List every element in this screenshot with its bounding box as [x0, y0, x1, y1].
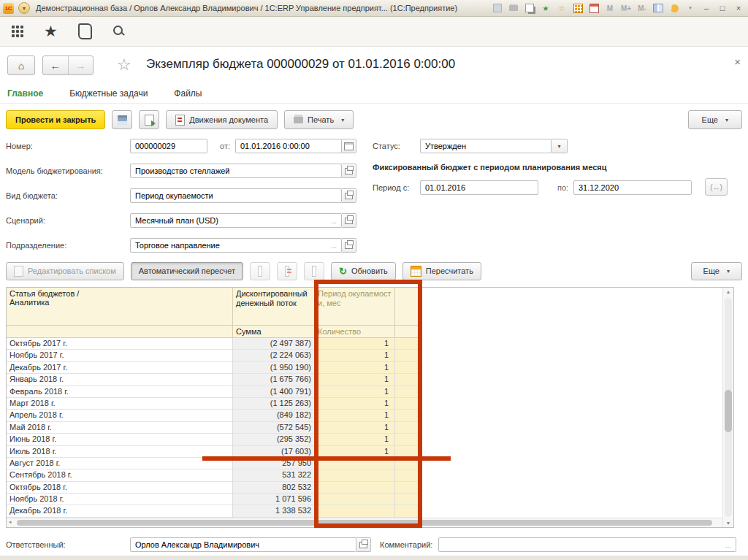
cell-amount[interactable]: 802 532	[233, 482, 315, 494]
vertical-scroll-thumb[interactable]	[725, 390, 732, 432]
column-header-article[interactable]: Статья бюджетов / Аналитика	[7, 288, 233, 326]
search-icon[interactable]	[112, 25, 126, 38]
cell-article[interactable]: Ноябрь 2018 г.	[7, 494, 233, 505]
cell-article[interactable]: Октябрь 2017 г.	[7, 338, 233, 350]
scenario-choose-button[interactable]: ...	[331, 217, 337, 225]
scroll-down-icon[interactable]: ▼	[723, 521, 733, 526]
cell-extra[interactable]	[395, 434, 419, 445]
memory-m-button[interactable]: M	[603, 3, 617, 14]
responsible-open-button[interactable]	[356, 537, 371, 552]
memory-mplus-button[interactable]: M+	[619, 3, 633, 14]
cell-extra[interactable]	[395, 469, 419, 481]
back-button[interactable]: ←	[43, 56, 69, 74]
cell-amount[interactable]: (572 545)	[233, 422, 315, 434]
cell-amount[interactable]: 257 950	[233, 458, 315, 469]
cell-extra[interactable]	[395, 446, 419, 458]
table-row[interactable]: Июль 2018 г.(17 603)1	[7, 446, 419, 458]
cell-quantity[interactable]	[315, 482, 395, 494]
comment-input[interactable]: ...	[438, 537, 736, 552]
cell-article[interactable]: Декабрь 2018 г.	[7, 505, 233, 517]
refresh-button[interactable]: ↻ Обновить	[331, 262, 396, 280]
tab-main[interactable]: Главное	[7, 88, 43, 99]
save-icon[interactable]	[491, 3, 504, 14]
period-from-input[interactable]: 01.01.2016	[420, 180, 538, 195]
recalculate-button[interactable]: Пересчитать	[402, 262, 481, 280]
model-input[interactable]: Производство стеллажей	[130, 164, 342, 178]
cell-amount[interactable]: (2 497 387)	[233, 338, 315, 350]
cell-article[interactable]: Май 2018 г.	[7, 422, 233, 434]
cell-quantity[interactable]: 1	[315, 350, 395, 361]
kind-input[interactable]: Период окупаемости	[130, 188, 342, 203]
table-row[interactable]: Февраль 2018 г.(1 400 791)1	[7, 386, 419, 398]
memory-mminus-button[interactable]: M-	[636, 3, 649, 14]
cell-article[interactable]: Июль 2018 г.	[7, 446, 233, 458]
subheader-sum[interactable]: Сумма	[233, 326, 315, 338]
close-form-button[interactable]: ×	[734, 55, 741, 68]
status-select[interactable]: Утвержден	[420, 139, 552, 153]
sections-menu-icon[interactable]	[12, 26, 23, 37]
minimize-button[interactable]: –	[700, 3, 713, 14]
cell-amount[interactable]: (1 125 263)	[233, 398, 315, 410]
cell-extra[interactable]	[395, 386, 419, 398]
cell-extra[interactable]	[395, 410, 419, 421]
cell-amount[interactable]: (2 224 063)	[233, 350, 315, 361]
calculator-icon[interactable]	[571, 3, 584, 14]
save-document-button[interactable]	[112, 110, 132, 129]
main-menu-button[interactable]: ▾	[18, 2, 30, 14]
cell-extra[interactable]	[395, 338, 419, 350]
home-button[interactable]: ⌂	[7, 55, 35, 75]
cell-extra[interactable]	[395, 374, 419, 386]
forward-button[interactable]: →	[69, 56, 94, 74]
cell-amount[interactable]: (1 400 791)	[233, 386, 315, 398]
table-row[interactable]: Май 2018 г.(572 545)1	[7, 422, 419, 434]
period-expand-button[interactable]: (↔)	[705, 178, 728, 196]
cell-article[interactable]: Сентябрь 2018 г.	[7, 469, 233, 481]
cell-article[interactable]: Декабрь 2017 г.	[7, 362, 233, 374]
cell-extra[interactable]	[395, 362, 419, 374]
cell-quantity[interactable]: 1	[315, 374, 395, 386]
table-row[interactable]: Октябрь 2017 г.(2 497 387)1	[7, 338, 419, 350]
cell-quantity[interactable]: 1	[315, 398, 395, 410]
table-row[interactable]: Ноябрь 2018 г.1 071 596	[7, 494, 419, 505]
calendar-icon[interactable]	[587, 3, 600, 14]
responsible-input[interactable]: Орлов Александр Владимирович	[130, 537, 356, 552]
cell-amount[interactable]: 1 071 596	[233, 494, 315, 505]
cell-amount[interactable]: (1 675 766)	[233, 374, 315, 386]
scroll-up-icon[interactable]: ▲	[723, 289, 733, 294]
table-more-button[interactable]: Еще ▾	[691, 262, 742, 280]
table-row[interactable]: Декабрь 2017 г.(1 950 190)1	[7, 362, 419, 374]
print-preview-icon[interactable]	[523, 3, 536, 14]
duplicate-row-button[interactable]	[304, 262, 324, 280]
table-row[interactable]: Январь 2018 г.(1 675 766)1	[7, 374, 419, 386]
cell-quantity[interactable]: 1	[315, 434, 395, 445]
table-row[interactable]: Август 2018 г.257 950	[7, 458, 419, 469]
scenario-open-button[interactable]	[342, 213, 356, 228]
table-row[interactable]: Март 2018 г.(1 125 263)1	[7, 398, 419, 410]
table-row[interactable]: Октябрь 2018 г.802 532	[7, 482, 419, 494]
cell-amount[interactable]: (1 950 190)	[233, 362, 315, 374]
cell-extra[interactable]	[395, 482, 419, 494]
more-button[interactable]: Еще ▾	[688, 110, 742, 129]
cell-article[interactable]: Апрель 2018 г.	[7, 410, 233, 421]
cell-quantity[interactable]: 1	[315, 338, 395, 350]
cell-quantity[interactable]	[315, 494, 395, 505]
post-and-close-button[interactable]: Провести и закрыть	[6, 110, 105, 129]
period-to-input[interactable]: 31.12.2020	[573, 180, 692, 195]
cell-amount[interactable]: 1 338 532	[233, 505, 315, 517]
maximize-button[interactable]: □	[716, 3, 729, 14]
kind-open-button[interactable]	[342, 188, 356, 203]
date-input[interactable]: 01.01.2016 0:00:00	[235, 139, 342, 153]
vertical-scrollbar[interactable]: ▲ ▼	[722, 288, 733, 527]
table-row[interactable]: Декабрь 2018 г.1 338 532	[7, 505, 419, 517]
cell-quantity[interactable]: 1	[315, 386, 395, 398]
copy-row-button[interactable]	[250, 262, 270, 280]
cell-article[interactable]: Ноябрь 2017 г.	[7, 350, 233, 361]
favorite-toggle-icon[interactable]: ☆	[117, 55, 131, 74]
split-window-icon[interactable]	[652, 3, 665, 14]
cell-amount[interactable]: (17 603)	[233, 446, 315, 458]
edit-list-button[interactable]: Редактировать списком	[6, 262, 124, 280]
column-header-discounted-flow[interactable]: Дисконтированный денежный поток	[233, 288, 315, 326]
column-header-payback-period[interactable]: Период окупаемости, мес	[315, 288, 395, 326]
model-open-button[interactable]	[342, 164, 356, 178]
cell-quantity[interactable]	[315, 505, 395, 517]
